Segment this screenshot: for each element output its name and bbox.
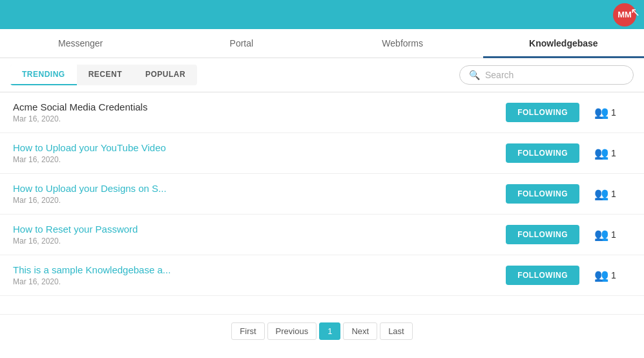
article-list: Acme Social Media CredentialsMar 16, 202…	[0, 92, 644, 296]
prev-page-button[interactable]: Previous	[267, 322, 317, 340]
article-date: Mar 16, 2020.	[13, 196, 506, 205]
article-info: How to Upload your YouTube VideoMar 16, …	[13, 142, 506, 164]
follower-count: 👥1	[579, 268, 631, 282]
avatar[interactable]: MM	[613, 3, 636, 26]
followers-icon: 👥	[594, 268, 608, 282]
follow-button[interactable]: FOLLOWING	[506, 143, 579, 163]
followers-icon: 👥	[594, 187, 608, 201]
sub-tab-recent[interactable]: RECENT	[77, 65, 134, 85]
current-page-button[interactable]: 1	[319, 322, 340, 340]
sub-tab-popular[interactable]: POPULAR	[134, 65, 197, 85]
article-info: How to Reset your PasswordMar 16, 2020.	[13, 224, 506, 246]
article-date: Mar 16, 2020.	[13, 277, 506, 286]
follower-count: 👥1	[579, 146, 631, 160]
followers-number: 1	[611, 270, 616, 280]
followers-number: 1	[611, 229, 616, 240]
article-title[interactable]: How to Upload your YouTube Video	[13, 142, 506, 153]
top-bar: MM ↖	[0, 0, 644, 29]
search-icon: 🔍	[469, 70, 480, 80]
follow-button[interactable]: FOLLOWING	[506, 103, 579, 122]
tab-knowledgebase[interactable]: Knowledgebase	[483, 29, 644, 58]
followers-icon: 👥	[594, 105, 608, 120]
article-row: How to Upload your Designs on S...Mar 16…	[0, 174, 644, 215]
article-title: Acme Social Media Credentials	[13, 101, 506, 112]
sub-header: TRENDING RECENT POPULAR 🔍	[0, 58, 644, 92]
article-row: How to Reset your PasswordMar 16, 2020.F…	[0, 215, 644, 255]
search-input[interactable]	[485, 70, 624, 80]
followers-number: 1	[611, 189, 616, 199]
content-area: Acme Social Media CredentialsMar 16, 202…	[0, 92, 644, 348]
followers-number: 1	[611, 148, 616, 158]
followers-number: 1	[611, 107, 616, 118]
article-info: Acme Social Media CredentialsMar 16, 202…	[13, 101, 506, 123]
article-title[interactable]: How to Reset your Password	[13, 224, 506, 235]
follower-count: 👥1	[579, 187, 631, 201]
tab-webforms[interactable]: Webforms	[322, 29, 483, 58]
article-info: This is a sample Knowledgebase a...Mar 1…	[13, 264, 506, 286]
follower-count: 👥1	[579, 227, 631, 242]
follow-button[interactable]: FOLLOWING	[506, 184, 579, 204]
last-page-button[interactable]: Last	[380, 322, 413, 340]
article-row: This is a sample Knowledgebase a...Mar 1…	[0, 255, 644, 296]
article-title[interactable]: This is a sample Knowledgebase a...	[13, 264, 506, 275]
article-date: Mar 16, 2020.	[13, 237, 506, 246]
sub-tab-trending[interactable]: TRENDING	[10, 65, 77, 85]
followers-icon: 👥	[594, 227, 608, 242]
pagination: First Previous 1 Next Last	[0, 314, 644, 348]
article-info: How to Upload your Designs on S...Mar 16…	[13, 183, 506, 205]
followers-icon: 👥	[594, 146, 608, 160]
nav-tabs: Messenger Portal Webforms Knowledgebase	[0, 29, 644, 58]
article-row: Acme Social Media CredentialsMar 16, 202…	[0, 92, 644, 133]
article-title[interactable]: How to Upload your Designs on S...	[13, 183, 506, 194]
first-page-button[interactable]: First	[231, 322, 264, 340]
article-row: How to Upload your YouTube VideoMar 16, …	[0, 133, 644, 174]
follow-button[interactable]: FOLLOWING	[506, 266, 579, 285]
article-date: Mar 16, 2020.	[13, 155, 506, 164]
tab-messenger[interactable]: Messenger	[0, 29, 161, 58]
follower-count: 👥1	[579, 105, 631, 120]
tab-portal[interactable]: Portal	[161, 29, 322, 58]
search-bar: 🔍	[459, 65, 634, 85]
sub-tabs: TRENDING RECENT POPULAR	[10, 65, 197, 85]
article-date: Mar 16, 2020.	[13, 114, 506, 123]
follow-button[interactable]: FOLLOWING	[506, 225, 579, 244]
next-page-button[interactable]: Next	[343, 322, 377, 340]
